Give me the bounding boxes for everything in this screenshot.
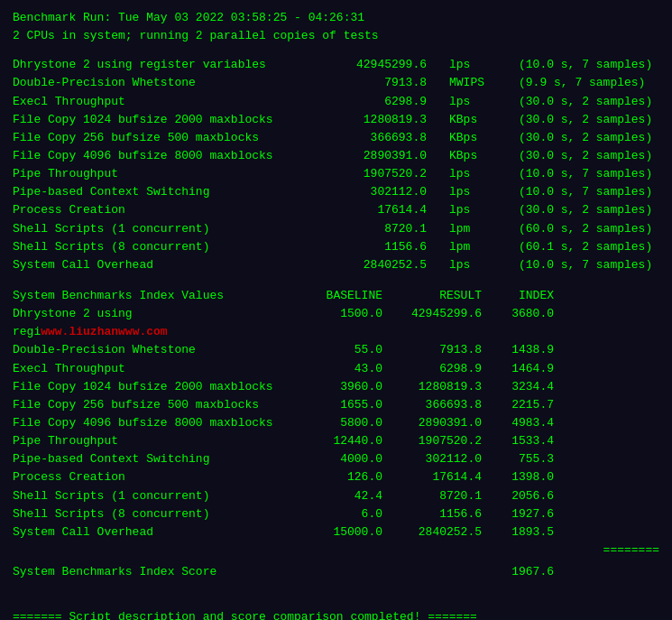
bench-label: Dhrystone 2 using register variables	[13, 56, 292, 74]
header-line2: 2 CPUs in system; running 2 parallel cop…	[13, 27, 659, 45]
idx-baseline: 6.0	[292, 505, 382, 523]
idx-result: 2840252.5	[382, 523, 482, 541]
benchmark-list: Dhrystone 2 using register variables 429…	[13, 56, 659, 274]
index-row: Shell Scripts (1 concurrent) 42.4 8720.1…	[13, 487, 659, 505]
idx-label: File Copy 4096 bufsize 8000 maxblocks	[13, 414, 292, 432]
idx-label: Dhrystone 2 using regiwww.liuzhanwww.com	[13, 305, 292, 341]
idx-index: 4983.4	[482, 414, 554, 432]
benchmark-row: Pipe Throughput 1907520.2 lps (10.0 s, 7…	[13, 165, 659, 183]
bench-unit: MWIPS	[444, 74, 498, 92]
benchmark-row: Dhrystone 2 using register variables 429…	[13, 56, 659, 74]
bench-meta: (30.0 s, 2 samples)	[515, 129, 659, 147]
index-row: Pipe Throughput 12440.0 1907520.2 1533.4	[13, 432, 659, 450]
idx-label: System Call Overhead	[13, 523, 292, 541]
header-line1: Benchmark Run: Tue May 03 2022 03:58:25 …	[13, 9, 659, 27]
idx-index: 1893.5	[482, 523, 554, 541]
score-line: System Benchmarks Index Score 1967.6	[13, 563, 659, 581]
bench-value: 1907520.2	[309, 165, 427, 183]
idx-index: 2215.7	[482, 396, 554, 414]
benchmark-row: File Copy 256 bufsize 500 maxblocks 3666…	[13, 129, 659, 147]
bench-unit: KBps	[444, 111, 498, 129]
idx-baseline: 55.0	[292, 341, 382, 359]
idx-baseline: 43.0	[292, 360, 382, 378]
bench-unit: lps	[444, 165, 498, 183]
bench-meta: (60.0 s, 2 samples)	[515, 220, 659, 238]
idx-baseline: 126.0	[292, 468, 382, 486]
idx-baseline: 1500.0	[292, 305, 382, 341]
index-row: System Call Overhead 15000.0 2840252.5 1…	[13, 523, 659, 541]
idx-result: 1280819.3	[382, 378, 482, 396]
idx-baseline: 4000.0	[292, 450, 382, 468]
benchmark-row: Shell Scripts (1 concurrent) 8720.1 lpm …	[13, 220, 659, 238]
bench-meta: (60.1 s, 2 samples)	[515, 238, 659, 256]
idx-label: Pipe Throughput	[13, 432, 292, 450]
index-header-result: RESULT	[382, 287, 482, 305]
idx-label: Double-Precision Whetstone	[13, 341, 292, 359]
index-table: System Benchmarks Index Values BASELINE …	[13, 287, 659, 581]
index-header-label: System Benchmarks Index Values	[13, 287, 292, 305]
idx-index: 1533.4	[482, 432, 554, 450]
bench-label: Execl Throughput	[13, 93, 292, 111]
idx-label: Execl Throughput	[13, 360, 292, 378]
index-row: File Copy 4096 bufsize 8000 maxblocks 58…	[13, 414, 659, 432]
bench-label: Pipe-based Context Switching	[13, 183, 292, 201]
bench-unit: KBps	[444, 147, 498, 165]
bench-meta: (10.0 s, 7 samples)	[515, 183, 659, 201]
bench-label: System Call Overhead	[13, 256, 292, 274]
bench-value: 2840252.5	[309, 256, 427, 274]
benchmark-row: Process Creation 17614.4 lps (30.0 s, 2 …	[13, 201, 659, 219]
bench-unit: KBps	[444, 129, 498, 147]
bench-value: 1156.6	[309, 238, 427, 256]
idx-result: 2890391.0	[382, 414, 482, 432]
bench-label: Pipe Throughput	[13, 165, 292, 183]
bench-value: 366693.8	[309, 129, 427, 147]
index-rows-list: Dhrystone 2 using regiwww.liuzhanwww.com…	[13, 305, 659, 541]
score-label: System Benchmarks Index Score	[13, 563, 482, 581]
idx-baseline: 42.4	[292, 487, 382, 505]
footer-text: ======= Script description and score com…	[13, 608, 659, 620]
index-row: Execl Throughput 43.0 6298.9 1464.9	[13, 360, 659, 378]
footer-section: ======= Script description and score com…	[13, 608, 659, 620]
watermark-text: www.liuzhanwww.com	[41, 325, 167, 338]
bench-unit: lps	[444, 183, 498, 201]
idx-baseline: 15000.0	[292, 523, 382, 541]
benchmark-row: Shell Scripts (8 concurrent) 1156.6 lpm …	[13, 238, 659, 256]
equals-divider: ========	[13, 541, 659, 560]
score-value: 1967.6	[482, 563, 554, 581]
bench-meta: (30.0 s, 2 samples)	[515, 201, 659, 219]
idx-index: 1927.6	[482, 505, 554, 523]
bench-value: 6298.9	[309, 93, 427, 111]
benchmark-row: Double-Precision Whetstone 7913.8 MWIPS …	[13, 74, 659, 92]
bench-unit: lpm	[444, 220, 498, 238]
bench-value: 17614.4	[309, 201, 427, 219]
index-row: File Copy 256 bufsize 500 maxblocks 1655…	[13, 396, 659, 414]
index-row: Pipe-based Context Switching 4000.0 3021…	[13, 450, 659, 468]
idx-baseline: 1655.0	[292, 396, 382, 414]
idx-result: 1907520.2	[382, 432, 482, 450]
index-header-index: INDEX	[482, 287, 554, 305]
idx-label: Pipe-based Context Switching	[13, 450, 292, 468]
bench-meta: (30.0 s, 2 samples)	[515, 93, 659, 111]
bench-meta: (30.0 s, 2 samples)	[515, 147, 659, 165]
bench-label: Shell Scripts (1 concurrent)	[13, 220, 292, 238]
bench-meta: (10.0 s, 7 samples)	[515, 56, 659, 74]
idx-label: Shell Scripts (8 concurrent)	[13, 505, 292, 523]
idx-result: 302112.0	[382, 450, 482, 468]
idx-result: 17614.4	[382, 468, 482, 486]
bench-label: Process Creation	[13, 201, 292, 219]
idx-result: 366693.8	[382, 396, 482, 414]
bench-meta: (10.0 s, 7 samples)	[515, 256, 659, 274]
idx-result: 42945299.6	[382, 305, 482, 341]
idx-baseline: 5800.0	[292, 414, 382, 432]
idx-result: 1156.6	[382, 505, 482, 523]
bench-label: Double-Precision Whetstone	[13, 74, 292, 92]
idx-label: File Copy 1024 bufsize 2000 maxblocks	[13, 378, 292, 396]
terminal-output: Benchmark Run: Tue May 03 2022 03:58:25 …	[13, 9, 659, 620]
idx-index: 2056.6	[482, 487, 554, 505]
index-table-header: System Benchmarks Index Values BASELINE …	[13, 287, 659, 305]
bench-value: 7913.8	[309, 74, 427, 92]
bench-unit: lps	[444, 93, 498, 111]
index-row: File Copy 1024 bufsize 2000 maxblocks 39…	[13, 378, 659, 396]
bench-value: 302112.0	[309, 183, 427, 201]
bench-meta: (10.0 s, 7 samples)	[515, 165, 659, 183]
